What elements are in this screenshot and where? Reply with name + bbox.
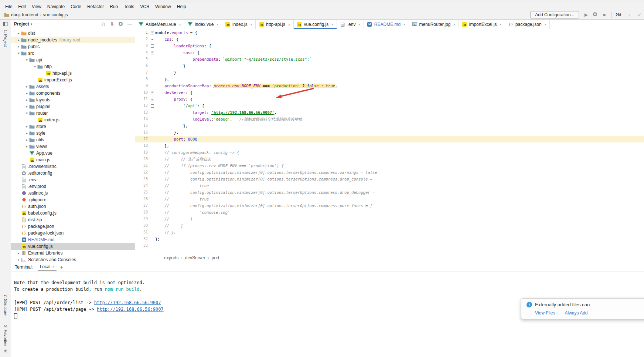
menu-window[interactable]: Window	[152, 4, 174, 10]
chevron-right-icon[interactable]: ▸	[24, 98, 29, 102]
code-line[interactable]: 30 // }	[135, 222, 644, 229]
close-icon[interactable]: ×	[52, 265, 54, 269]
terminal-tab-local[interactable]: Local ×	[38, 263, 57, 271]
tree-item[interactable]: ▸Scratches and Consoles	[11, 256, 135, 262]
code-line[interactable]: 26 // true	[135, 196, 644, 202]
code-line[interactable]: 23 // config.optimization.minimizer[0].o…	[135, 176, 644, 182]
tree-item[interactable]: ▾src	[11, 50, 135, 57]
line-number[interactable]: 24	[135, 182, 149, 189]
chevron-right-icon[interactable]: ▸	[16, 31, 21, 35]
code-line[interactable]: 2 css: {	[135, 36, 644, 43]
editor-tab[interactable]: JSimportExcel.js×	[459, 20, 505, 29]
tool-button-structure[interactable]: 7: Structure	[3, 293, 8, 317]
line-number[interactable]: 17	[135, 136, 149, 142]
line-number[interactable]: 14	[135, 116, 149, 122]
editor-tab[interactable]: { }package.json×	[505, 20, 550, 29]
code-line[interactable]: 29 // ]	[135, 216, 644, 222]
tree-item[interactable]: { }package-lock.json	[11, 230, 135, 236]
tree-item[interactable]: MREADME.md	[11, 236, 135, 243]
line-number[interactable]: 9	[135, 82, 149, 89]
line-number[interactable]: 2	[135, 36, 149, 43]
line-number[interactable]: 3	[135, 43, 149, 49]
tree-item[interactable]: ▸utils	[11, 137, 135, 143]
menu-vcs[interactable]: VCS	[137, 4, 152, 10]
line-number[interactable]: 10	[135, 89, 149, 96]
code-line[interactable]: 33	[135, 242, 644, 249]
line-number[interactable]: 6	[135, 63, 149, 69]
tool-button-favorites[interactable]: 2: Favorites ★	[3, 323, 8, 356]
menu-tools[interactable]: Tools	[121, 4, 137, 10]
code-line[interactable]: 25 // config.optimization.minimizer[0].o…	[135, 189, 644, 196]
close-icon[interactable]: ×	[288, 22, 290, 27]
tree-item[interactable]: ▸plugins	[11, 103, 135, 110]
notification-link[interactable]: Always Add	[565, 310, 587, 316]
line-number[interactable]: 27	[135, 202, 149, 209]
code-line[interactable]: 16 },	[135, 129, 644, 136]
tree-item[interactable]: JSvue.config.js	[11, 243, 135, 250]
code-line[interactable]: 17 port: 8008	[135, 136, 644, 142]
add-configuration-button[interactable]: Add Configuration...	[530, 11, 579, 18]
close-icon[interactable]: ×	[544, 22, 546, 27]
editor-tab[interactable]: .env×	[337, 20, 364, 29]
line-number[interactable]: 13	[135, 109, 149, 116]
git-commit-icon[interactable]: ✓	[637, 12, 643, 17]
git-update-icon[interactable]: ↓	[627, 12, 633, 17]
line-number[interactable]: 33	[135, 242, 149, 249]
chevron-right-icon[interactable]: ▸	[16, 258, 21, 262]
tree-item[interactable]: .editorconfig	[11, 170, 135, 176]
chevron-right-icon[interactable]: ▸	[24, 125, 29, 128]
tree-item[interactable]: ▸style	[11, 130, 135, 137]
tree-item[interactable]: .browserslistrc	[11, 163, 135, 170]
code-line[interactable]: 11 proxy: {	[135, 96, 644, 102]
chevron-down-icon[interactable]: ▾	[33, 65, 37, 68]
tree-item[interactable]: ▸views	[11, 143, 135, 150]
tree-item[interactable]: ▾router	[11, 110, 135, 117]
chevron-right-icon[interactable]: ▸	[16, 251, 21, 255]
close-icon[interactable]: ×	[453, 22, 455, 27]
menu-run[interactable]: Run	[107, 4, 121, 10]
tree-item[interactable]: ▸assets	[11, 83, 135, 90]
line-number[interactable]: 22	[135, 169, 149, 176]
tree-item[interactable]: ▸store	[11, 123, 135, 130]
menu-view[interactable]: View	[29, 4, 44, 10]
editor-tab[interactable]: JShttp-api.js×	[256, 20, 293, 29]
code-line[interactable]: 5 prependData: `@import "~@/assets/scss/…	[135, 56, 644, 63]
tree-item[interactable]: .eslintrc.js	[11, 190, 135, 196]
tree-item[interactable]: .env.prod	[11, 183, 135, 190]
menu-navigate[interactable]: Navigate	[44, 4, 68, 10]
tree-item[interactable]: .gitignore	[11, 196, 135, 203]
locate-icon[interactable]: ◎	[101, 22, 105, 26]
chevron-right-icon[interactable]: ▸	[24, 91, 29, 95]
tree-item[interactable]: App.vue	[11, 150, 135, 156]
line-number[interactable]: 31	[135, 229, 149, 236]
line-number[interactable]: 32	[135, 236, 149, 242]
code-line[interactable]: 1module.exports = {	[135, 29, 644, 36]
line-number[interactable]: 5	[135, 56, 149, 63]
fold-icon[interactable]	[151, 91, 154, 94]
tree-item[interactable]: JSbabel.config.js	[11, 210, 135, 216]
chevron-down-icon[interactable]: ▾	[16, 51, 21, 55]
menu-code[interactable]: Code	[68, 4, 84, 10]
run-icon[interactable]: ▶	[583, 12, 589, 17]
tree-item[interactable]: .env	[11, 176, 135, 183]
line-number[interactable]: 19	[135, 149, 149, 156]
tree-item[interactable]: ▸layouts	[11, 97, 135, 103]
new-terminal-icon[interactable]: +	[60, 264, 63, 270]
code-line[interactable]: 32};	[135, 236, 644, 242]
breadcrumb-item[interactable]: exports	[164, 255, 178, 260]
code-line[interactable]: 27 // config.optimization.minimizer[0].o…	[135, 202, 644, 209]
tree-item[interactable]: ▸components	[11, 90, 135, 97]
editor-tab[interactable]: MREADME.md×	[364, 20, 409, 29]
fold-icon[interactable]	[151, 44, 154, 48]
editor-tab[interactable]: menuRouter.jpg×	[409, 20, 459, 29]
line-number[interactable]: 29	[135, 216, 149, 222]
code-line[interactable]: 4 sass: {	[135, 49, 644, 56]
terminal-link[interactable]: http://192.168.66.56:9007	[94, 300, 161, 305]
menu-help[interactable]: Help	[174, 4, 189, 10]
tree-item[interactable]: JShttp-api.js	[11, 70, 135, 77]
breadcrumb-file[interactable]: vue.config.js	[43, 12, 68, 17]
hide-icon[interactable]: —	[127, 22, 132, 26]
editor-tab[interactable]: JSindex.js×	[222, 20, 256, 29]
line-number[interactable]: 7	[135, 69, 149, 76]
line-number[interactable]: 1	[135, 29, 149, 36]
